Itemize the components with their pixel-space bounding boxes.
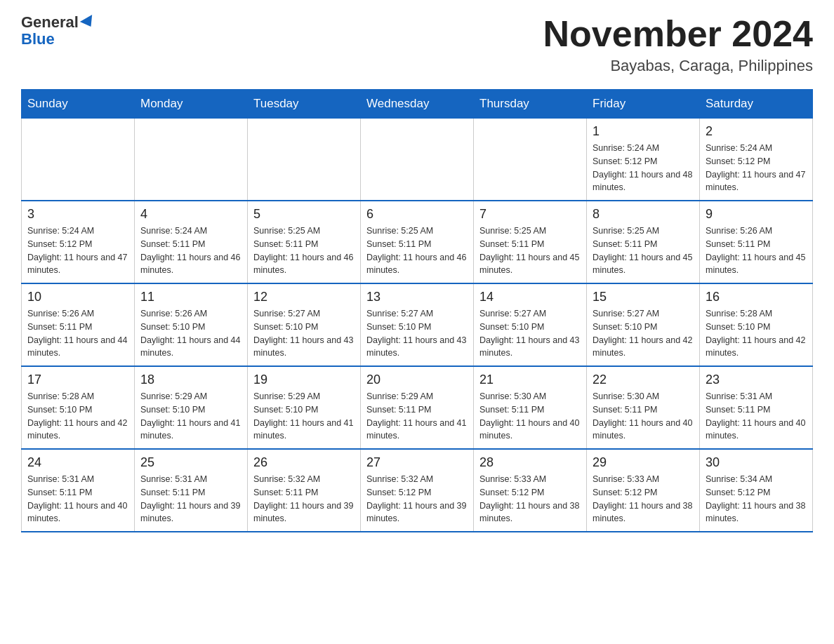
calendar-cell: 13Sunrise: 5:27 AM Sunset: 5:10 PM Dayli… <box>361 283 474 366</box>
day-number: 25 <box>140 455 241 470</box>
day-number: 5 <box>253 207 355 222</box>
day-number: 10 <box>27 290 128 304</box>
calendar-cell <box>22 119 135 201</box>
calendar-cell: 29Sunrise: 5:33 AM Sunset: 5:12 PM Dayli… <box>587 449 700 532</box>
calendar-cell: 26Sunrise: 5:32 AM Sunset: 5:11 PM Dayli… <box>248 449 361 532</box>
calendar-week-1: 1Sunrise: 5:24 AM Sunset: 5:12 PM Daylig… <box>22 119 813 201</box>
calendar-cell: 9Sunrise: 5:26 AM Sunset: 5:11 PM Daylig… <box>700 201 813 283</box>
location-text: Bayabas, Caraga, Philippines <box>543 57 813 75</box>
calendar-cell: 11Sunrise: 5:26 AM Sunset: 5:10 PM Dayli… <box>135 283 248 366</box>
day-info: Sunrise: 5:24 AM Sunset: 5:12 PM Dayligh… <box>593 142 694 194</box>
calendar-cell: 27Sunrise: 5:32 AM Sunset: 5:12 PM Dayli… <box>361 449 474 532</box>
day-info: Sunrise: 5:33 AM Sunset: 5:12 PM Dayligh… <box>479 473 581 525</box>
calendar-cell: 7Sunrise: 5:25 AM Sunset: 5:11 PM Daylig… <box>474 201 587 283</box>
day-number: 16 <box>706 290 807 304</box>
calendar-cell <box>474 119 587 201</box>
day-info: Sunrise: 5:29 AM Sunset: 5:10 PM Dayligh… <box>140 390 241 443</box>
day-number: 7 <box>479 207 581 222</box>
calendar-cell: 21Sunrise: 5:30 AM Sunset: 5:11 PM Dayli… <box>474 366 587 449</box>
calendar-cell: 16Sunrise: 5:28 AM Sunset: 5:10 PM Dayli… <box>700 283 813 366</box>
day-number: 1 <box>593 124 694 139</box>
day-info: Sunrise: 5:29 AM Sunset: 5:10 PM Dayligh… <box>253 390 355 443</box>
calendar-cell: 18Sunrise: 5:29 AM Sunset: 5:10 PM Dayli… <box>135 366 248 449</box>
day-info: Sunrise: 5:26 AM Sunset: 5:11 PM Dayligh… <box>706 224 807 277</box>
calendar-table: SundayMondayTuesdayWednesdayThursdayFrid… <box>21 89 813 532</box>
weekday-wednesday: Wednesday <box>361 90 474 119</box>
day-number: 15 <box>593 290 694 304</box>
day-info: Sunrise: 5:28 AM Sunset: 5:10 PM Dayligh… <box>27 390 128 443</box>
day-info: Sunrise: 5:25 AM Sunset: 5:11 PM Dayligh… <box>366 224 468 277</box>
month-title: November 2024 <box>543 14 813 54</box>
title-section: November 2024 Bayabas, Caraga, Philippin… <box>543 14 813 75</box>
day-number: 30 <box>706 455 807 470</box>
calendar-body: 1Sunrise: 5:24 AM Sunset: 5:12 PM Daylig… <box>22 119 813 532</box>
calendar-cell: 24Sunrise: 5:31 AM Sunset: 5:11 PM Dayli… <box>22 449 135 532</box>
calendar-cell: 25Sunrise: 5:31 AM Sunset: 5:11 PM Dayli… <box>135 449 248 532</box>
day-number: 26 <box>253 455 355 470</box>
day-number: 4 <box>140 207 241 222</box>
day-info: Sunrise: 5:30 AM Sunset: 5:11 PM Dayligh… <box>593 390 694 443</box>
calendar-week-4: 17Sunrise: 5:28 AM Sunset: 5:10 PM Dayli… <box>22 366 813 449</box>
day-number: 2 <box>706 124 807 139</box>
day-info: Sunrise: 5:27 AM Sunset: 5:10 PM Dayligh… <box>479 307 581 360</box>
day-number: 18 <box>140 373 241 387</box>
day-number: 9 <box>706 207 807 222</box>
day-number: 17 <box>27 373 128 387</box>
day-info: Sunrise: 5:24 AM Sunset: 5:12 PM Dayligh… <box>27 224 128 277</box>
day-info: Sunrise: 5:25 AM Sunset: 5:11 PM Dayligh… <box>253 224 355 277</box>
weekday-tuesday: Tuesday <box>248 90 361 119</box>
day-info: Sunrise: 5:31 AM Sunset: 5:11 PM Dayligh… <box>27 473 128 525</box>
calendar-cell: 14Sunrise: 5:27 AM Sunset: 5:10 PM Dayli… <box>474 283 587 366</box>
logo-general-text: General <box>21 14 79 31</box>
calendar-cell: 17Sunrise: 5:28 AM Sunset: 5:10 PM Dayli… <box>22 366 135 449</box>
day-info: Sunrise: 5:24 AM Sunset: 5:11 PM Dayligh… <box>140 224 241 277</box>
weekday-monday: Monday <box>135 90 248 119</box>
day-number: 3 <box>27 207 128 222</box>
calendar-cell: 12Sunrise: 5:27 AM Sunset: 5:10 PM Dayli… <box>248 283 361 366</box>
day-number: 13 <box>366 290 468 304</box>
calendar-cell: 3Sunrise: 5:24 AM Sunset: 5:12 PM Daylig… <box>22 201 135 283</box>
weekday-friday: Friday <box>587 90 700 119</box>
day-number: 29 <box>593 455 694 470</box>
calendar-week-2: 3Sunrise: 5:24 AM Sunset: 5:12 PM Daylig… <box>22 201 813 283</box>
logo-triangle-icon <box>80 15 97 30</box>
day-info: Sunrise: 5:26 AM Sunset: 5:10 PM Dayligh… <box>140 307 241 360</box>
calendar-cell: 19Sunrise: 5:29 AM Sunset: 5:10 PM Dayli… <box>248 366 361 449</box>
day-number: 19 <box>253 373 355 387</box>
day-info: Sunrise: 5:28 AM Sunset: 5:10 PM Dayligh… <box>706 307 807 360</box>
day-info: Sunrise: 5:24 AM Sunset: 5:12 PM Dayligh… <box>706 142 807 194</box>
day-info: Sunrise: 5:32 AM Sunset: 5:11 PM Dayligh… <box>253 473 355 525</box>
day-info: Sunrise: 5:27 AM Sunset: 5:10 PM Dayligh… <box>253 307 355 360</box>
logo-blue-text: Blue <box>21 31 95 48</box>
day-number: 27 <box>366 455 468 470</box>
day-number: 22 <box>593 373 694 387</box>
calendar-cell: 1Sunrise: 5:24 AM Sunset: 5:12 PM Daylig… <box>587 119 700 201</box>
day-info: Sunrise: 5:27 AM Sunset: 5:10 PM Dayligh… <box>593 307 694 360</box>
weekday-header-row: SundayMondayTuesdayWednesdayThursdayFrid… <box>22 90 813 119</box>
calendar-cell: 4Sunrise: 5:24 AM Sunset: 5:11 PM Daylig… <box>135 201 248 283</box>
page-header: General Blue November 2024 Bayabas, Cara… <box>21 14 813 75</box>
day-info: Sunrise: 5:25 AM Sunset: 5:11 PM Dayligh… <box>479 224 581 277</box>
calendar-cell: 6Sunrise: 5:25 AM Sunset: 5:11 PM Daylig… <box>361 201 474 283</box>
day-number: 20 <box>366 373 468 387</box>
calendar-cell <box>361 119 474 201</box>
day-info: Sunrise: 5:31 AM Sunset: 5:11 PM Dayligh… <box>706 390 807 443</box>
calendar-header: SundayMondayTuesdayWednesdayThursdayFrid… <box>22 90 813 119</box>
day-number: 11 <box>140 290 241 304</box>
day-info: Sunrise: 5:32 AM Sunset: 5:12 PM Dayligh… <box>366 473 468 525</box>
day-info: Sunrise: 5:26 AM Sunset: 5:11 PM Dayligh… <box>27 307 128 360</box>
day-info: Sunrise: 5:30 AM Sunset: 5:11 PM Dayligh… <box>479 390 581 443</box>
calendar-cell <box>248 119 361 201</box>
calendar-cell <box>135 119 248 201</box>
calendar-cell: 22Sunrise: 5:30 AM Sunset: 5:11 PM Dayli… <box>587 366 700 449</box>
day-info: Sunrise: 5:34 AM Sunset: 5:12 PM Dayligh… <box>706 473 807 525</box>
calendar-cell: 2Sunrise: 5:24 AM Sunset: 5:12 PM Daylig… <box>700 119 813 201</box>
day-number: 21 <box>479 373 581 387</box>
day-info: Sunrise: 5:33 AM Sunset: 5:12 PM Dayligh… <box>593 473 694 525</box>
day-number: 23 <box>706 373 807 387</box>
calendar-cell: 10Sunrise: 5:26 AM Sunset: 5:11 PM Dayli… <box>22 283 135 366</box>
calendar-cell: 23Sunrise: 5:31 AM Sunset: 5:11 PM Dayli… <box>700 366 813 449</box>
day-number: 6 <box>366 207 468 222</box>
weekday-thursday: Thursday <box>474 90 587 119</box>
day-info: Sunrise: 5:29 AM Sunset: 5:11 PM Dayligh… <box>366 390 468 443</box>
